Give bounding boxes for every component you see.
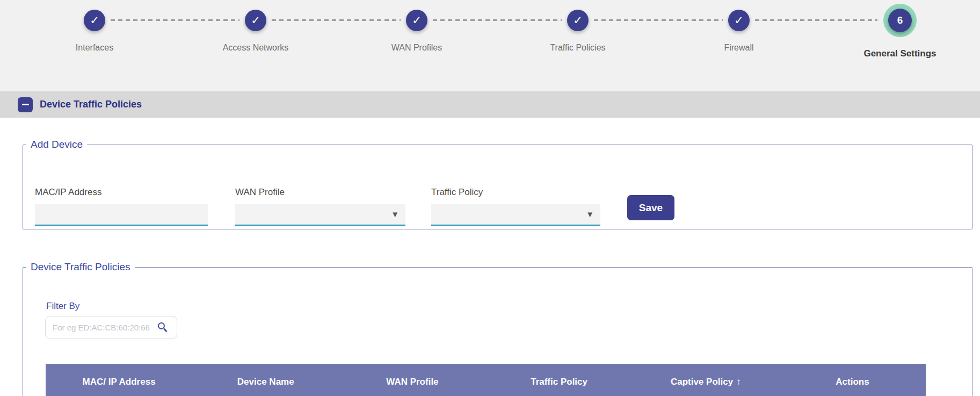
- add-device-panel: Add Device MAC/IP Address WAN Profile ▼ …: [23, 139, 972, 229]
- step-label[interactable]: Traffic Policies: [550, 43, 605, 53]
- step-connector: [594, 19, 723, 21]
- sort-ascending-icon: ↑: [736, 377, 741, 387]
- step-complete-circle[interactable]: ✓: [245, 10, 266, 31]
- column-label: Captive Policy: [671, 377, 733, 387]
- step-connector: [272, 19, 401, 21]
- step-complete-circle[interactable]: ✓: [567, 10, 589, 31]
- column-header-wan-profile[interactable]: WAN Profile: [339, 377, 485, 387]
- section-title: Device Traffic Policies: [40, 99, 142, 110]
- save-button[interactable]: Save: [627, 195, 674, 220]
- traffic-policy-field-group: Traffic Policy ▼: [431, 187, 600, 230]
- check-icon: ✓: [734, 14, 744, 26]
- column-header-captive-policy[interactable]: Captive Policy↑: [633, 377, 779, 387]
- mac-ip-label: MAC/IP Address: [35, 187, 101, 198]
- filter-search-box: [45, 316, 177, 339]
- column-header-actions[interactable]: Actions: [779, 377, 926, 387]
- step-connector: [111, 19, 239, 21]
- collapse-section-button[interactable]: [18, 97, 33, 112]
- column-header-device-name[interactable]: Device Name: [192, 377, 339, 387]
- policies-table-header: MAC/ IP Address Device Name WAN Profile …: [46, 364, 926, 396]
- search-icon[interactable]: [158, 322, 165, 329]
- step-connector: [433, 19, 562, 21]
- step-label[interactable]: Interfaces: [76, 43, 113, 53]
- wan-profile-label: WAN Profile: [235, 187, 285, 198]
- step-label[interactable]: WAN Profiles: [391, 43, 442, 53]
- device-traffic-policies-section-bar: Device Traffic Policies: [0, 91, 980, 118]
- filter-search-input[interactable]: [46, 316, 177, 339]
- mac-ip-input[interactable]: [35, 204, 208, 226]
- device-traffic-policies-legend: Device Traffic Policies: [26, 261, 135, 273]
- step-active-circle[interactable]: 6: [888, 9, 912, 32]
- check-icon: ✓: [573, 14, 583, 26]
- step-label[interactable]: Access Networks: [223, 43, 289, 53]
- add-device-legend: Add Device: [26, 139, 87, 150]
- check-icon: ✓: [251, 14, 260, 26]
- step-connector: [755, 19, 877, 21]
- check-icon: ✓: [412, 14, 422, 26]
- filter-by-label: Filter By: [46, 301, 79, 312]
- mac-ip-field-group: MAC/IP Address: [35, 187, 208, 230]
- setup-wizard-stepper: ✓ Interfaces ✓ Access Networks ✓ WAN Pro…: [0, 0, 980, 91]
- wan-profile-select[interactable]: [235, 204, 405, 226]
- traffic-policy-label: Traffic Policy: [431, 187, 483, 198]
- minus-icon: [22, 104, 29, 105]
- column-header-traffic-policy[interactable]: Traffic Policy: [486, 377, 633, 387]
- check-icon: ✓: [90, 14, 99, 26]
- device-traffic-policies-panel: Device Traffic Policies Filter By MAC/ I…: [23, 261, 972, 396]
- traffic-policy-select[interactable]: [431, 204, 600, 226]
- step-label[interactable]: Firewall: [724, 43, 753, 53]
- column-header-mac-ip[interactable]: MAC/ IP Address: [46, 377, 192, 387]
- step-complete-circle[interactable]: ✓: [406, 10, 427, 31]
- wan-profile-field-group: WAN Profile ▼: [235, 187, 405, 230]
- active-step-ring: 6: [883, 4, 917, 37]
- step-label[interactable]: General Settings: [863, 48, 936, 59]
- step-complete-circle[interactable]: ✓: [84, 10, 105, 31]
- step-complete-circle[interactable]: ✓: [728, 10, 750, 31]
